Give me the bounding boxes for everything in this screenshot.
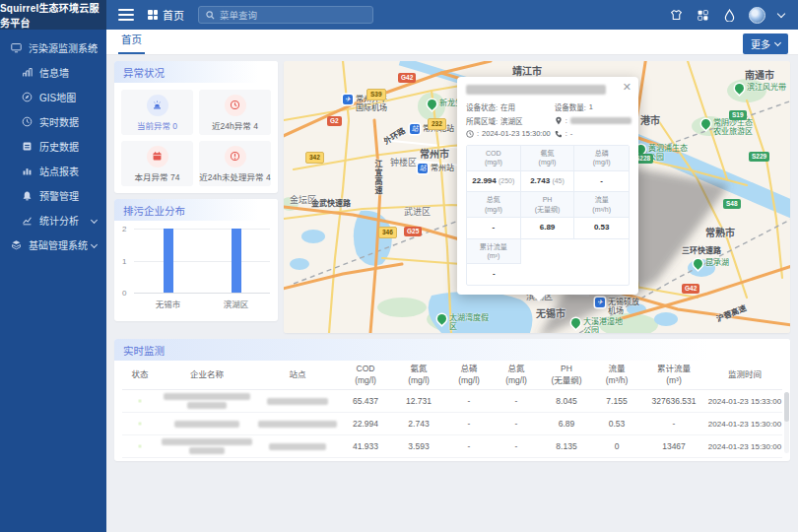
layout-columns-icon[interactable] (696, 8, 709, 22)
metric-value: 0.53 (594, 223, 610, 232)
redacted-station-name (256, 441, 339, 451)
tp-value: - (445, 396, 493, 406)
phone-icon (555, 130, 563, 138)
sidebar-item-label: 预警管理 (39, 188, 79, 203)
close-icon[interactable]: ✕ (623, 81, 632, 94)
map-road-label: 三环快速路 (682, 244, 721, 255)
flow-value: 7.155 (593, 396, 640, 406)
col-unit: (无量纲) (551, 375, 581, 385)
more-button[interactable]: 更多 (743, 33, 788, 54)
breadcrumb[interactable]: 首页 (148, 7, 184, 23)
metric-name: 总磷 (595, 150, 609, 157)
realtime-monitor-panel: 实时监测 状态 企业名称 站点 COD(mg/l) 氨氮(mg/l) 总磷(mg… (114, 339, 790, 461)
metric-unit: (m³/h) (592, 206, 611, 213)
scrollbar-thumb[interactable] (784, 392, 789, 422)
map-poi-green[interactable]: 太湖湾度假区 (437, 313, 489, 331)
card-current-abnormal[interactable]: 当前异常 0 (121, 90, 193, 135)
leaf-icon (692, 257, 704, 270)
card-24h-abnormal[interactable]: 近24h异常 4 (199, 90, 271, 135)
map-city-label: 无锡市 (536, 305, 565, 320)
table-row[interactable]: 22.994 2.743 - - 6.89 0.53 - 2024-01-23 … (122, 413, 782, 435)
bell-icon (22, 190, 33, 201)
map-district-label: 武进区 (404, 205, 431, 218)
col-unit: (mg/l) (408, 375, 430, 385)
metric-limit: (45) (552, 177, 564, 184)
road-badge: 232 (428, 118, 446, 130)
road-badge: S229 (749, 152, 769, 162)
clock-icon (466, 130, 474, 138)
map-poi-green[interactable]: 大溪港湿地公园 (571, 317, 623, 333)
water-drop-icon[interactable] (722, 8, 736, 22)
cod-value: 22.994 (339, 419, 392, 429)
trend-chart-icon (22, 215, 33, 226)
hamburger-menu-icon[interactable] (118, 6, 134, 24)
y-axis-tick: 2 (122, 225, 126, 233)
more-button-label: 更多 (751, 36, 770, 51)
road-badge: S19 (729, 110, 747, 120)
siren-icon (147, 95, 168, 116)
sidebar-item-realtime-data[interactable]: 实时数据 (0, 109, 106, 134)
panel-title: 异常状况 (114, 61, 278, 83)
metric-unit: (mg/l) (593, 159, 611, 166)
redacted-station-name (256, 396, 339, 406)
user-avatar[interactable] (749, 7, 765, 24)
ph-value: 6.89 (540, 419, 593, 429)
col-name: 监测时间 (728, 369, 762, 379)
brand-logo: Squirrel生态环境云服务平台 (0, 0, 106, 30)
sidebar-item-alert-management[interactable]: 预警管理 (0, 183, 106, 208)
chevron-down-icon (774, 39, 781, 46)
region-label: 所属区域: (466, 115, 498, 126)
card-label: 当前异常 (137, 121, 170, 131)
total-flow-value: 13467 (640, 441, 707, 451)
popup-info: 设备状态: 在用 设备数量: 1 所属区域: 滨湖区 2024-01-23 15… (466, 101, 630, 138)
map-poi-green[interactable]: 昆承湖 (694, 258, 729, 268)
tab-home[interactable]: 首页 (118, 32, 145, 54)
card-month-abnormal[interactable]: 本月异常 74 (121, 141, 193, 186)
chevron-down-icon (91, 217, 98, 224)
sidebar-item-label: 信息墙 (39, 65, 69, 80)
ph-value: 8.045 (540, 396, 593, 406)
gis-map[interactable]: 靖江市 南通市 常州市 无锡市 常熟市 港市 金坛区 武进区 滨湖区 钟楼区 金… (284, 61, 790, 333)
sidebar-item-label: 基础管理系统 (29, 237, 88, 252)
chevron-down-icon[interactable] (777, 9, 785, 17)
bar-无锡市 (164, 229, 173, 293)
device-info-popup: ✕ 设备状态: 在用 设备数量: 1 所属区域: 滨湖区 2024-01-23 … (457, 77, 638, 295)
theme-skin-icon[interactable] (669, 8, 683, 22)
table-row[interactable]: 41.933 3.593 - - 8.135 0 13467 2024-01-2… (122, 435, 782, 458)
calendar-icon (147, 146, 168, 167)
total-flow-value: - (640, 419, 707, 429)
sidebar-item-history-data[interactable]: 历史数据 (0, 134, 106, 159)
road-badge: G42 (682, 284, 699, 294)
card-label: 近24h未处理异常 (199, 172, 263, 182)
table-row[interactable]: 65.437 12.731 - - 8.045 7.155 327636.531… (122, 390, 782, 413)
sidebar-item-info-wall[interactable]: 信息墙 (0, 60, 106, 85)
map-city-label: 常州市 (420, 146, 449, 161)
empty-cell (521, 239, 629, 285)
sidebar-item-base-system[interactable]: 基础管理系统 (0, 233, 106, 257)
popup-metrics-table: COD(mg/l) 氨氮(mg/l) 总磷(mg/l) 22.994 (250)… (466, 145, 630, 286)
bar-chart-categories: 无锡市滨湖区 (134, 294, 270, 309)
road-badge: 342 (305, 152, 324, 164)
sidebar-item-station-report[interactable]: 站点报表 (0, 159, 106, 183)
sidebar-item-statistics[interactable]: 统计分析 (0, 208, 106, 233)
device-count-value: 1 (589, 102, 593, 111)
map-poi-green[interactable]: 常阴沙生态农业旅游区 (701, 118, 753, 136)
sidebar-item-gis-map[interactable]: GIS地图 (0, 85, 106, 109)
map-poi-station[interactable]: 站常州站 (418, 164, 454, 173)
flow-value: 0 (593, 441, 640, 451)
popup-time: 2024-01-23 15:30:00 (482, 129, 551, 138)
tn-value: - (493, 396, 540, 406)
menu-search[interactable] (198, 6, 373, 24)
map-city-label: 靖江市 (512, 63, 542, 78)
map-city-label: 南通市 (745, 67, 774, 82)
panel-title: 排污企业分布 (114, 199, 278, 221)
search-input[interactable] (220, 10, 366, 21)
map-poi-airport[interactable]: ✈无锡硕放机场 (595, 298, 646, 315)
leaf-icon (426, 98, 438, 110)
abnormal-cards: 当前异常 0 近24h异常 4 本月异常 74 近24h未处理异常 4 (114, 83, 278, 193)
sidebar-item-pollution-system[interactable]: 污染源监测系统 (0, 35, 106, 60)
card-24h-unhandled-abnormal[interactable]: 近24h未处理异常 4 (199, 141, 271, 186)
map-poi-green[interactable]: 滨江风光带 (735, 83, 786, 93)
col-unit: (mg/l) (505, 375, 527, 385)
card-value: 4 (253, 121, 258, 131)
